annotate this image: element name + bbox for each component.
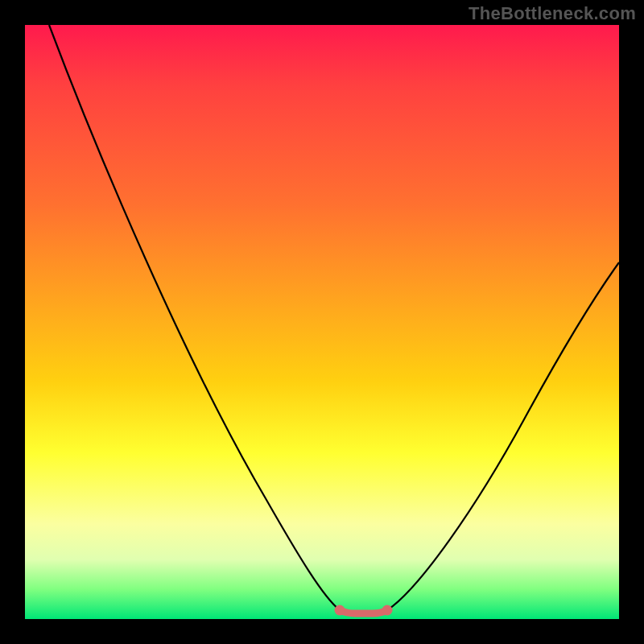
curve-layer [25,25,619,619]
trough-marker-left [335,605,345,616]
trough-plateau [340,610,387,613]
plot-area [25,25,619,619]
trough-marker-right [382,605,393,616]
left-curve [49,25,340,610]
right-curve [387,262,619,610]
chart-frame: TheBottleneck.com [0,0,644,644]
attribution-text: TheBottleneck.com [469,3,636,24]
